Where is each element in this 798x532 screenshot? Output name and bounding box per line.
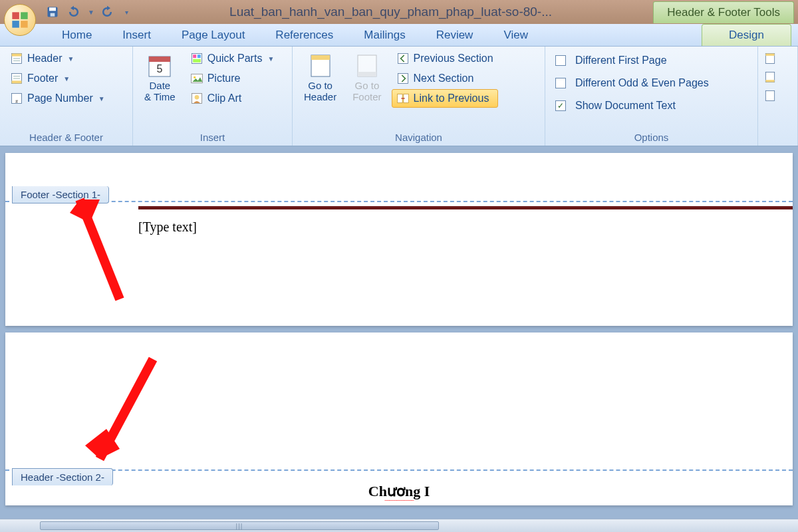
- contextual-tab-label: Header & Footer Tools: [653, 1, 794, 23]
- prev-section-label: Previous Section: [414, 53, 493, 65]
- svg-rect-3: [21, 21, 27, 27]
- svg-rect-32: [398, 54, 408, 64]
- svg-point-27: [194, 95, 199, 100]
- ribbon: Header ▼ Footer ▼ # Page Number ▼ Header…: [0, 47, 798, 146]
- spellcheck-underline: ~~~~~~~~~~~~: [384, 497, 414, 503]
- horizontal-scrollbar[interactable]: |||: [0, 519, 798, 532]
- different-odd-even-checkbox[interactable]: Different Odd & Even Pages: [551, 74, 714, 92]
- different-first-page-checkbox[interactable]: Different First Page: [551, 52, 714, 69]
- tab-design[interactable]: Design: [702, 24, 791, 46]
- svg-point-25: [194, 76, 196, 78]
- svg-rect-2: [12, 21, 19, 27]
- svg-marker-42: [70, 200, 100, 223]
- tab-mailings[interactable]: Mailings: [348, 24, 420, 46]
- footer-label: Footer: [27, 72, 58, 84]
- group-navigation: Go to Header Go to Footer Previous Secti…: [293, 47, 545, 146]
- clip-art-button[interactable]: Clip Art: [186, 89, 279, 108]
- window-title: Luat_ban_hanh_van_ban_quy_pham_phap_luat…: [128, 5, 653, 19]
- group-label: Insert: [138, 130, 287, 144]
- next-section-button[interactable]: Next Section: [392, 69, 498, 88]
- svg-rect-5: [49, 7, 56, 11]
- svg-text:#: #: [15, 99, 18, 104]
- header-button[interactable]: Header ▼: [5, 49, 127, 68]
- show-doc-label: Show Document Text: [575, 100, 676, 112]
- save-icon: [46, 5, 59, 19]
- goto-footer-button[interactable]: Go to Footer: [346, 49, 387, 106]
- svg-rect-23: [193, 59, 201, 63]
- diff-odd-even-label: Different Odd & Even Pages: [575, 77, 709, 89]
- clip-art-icon: [190, 92, 203, 105]
- chevron-down-icon: ▼: [267, 55, 274, 63]
- tab-insert[interactable]: Insert: [107, 24, 166, 46]
- svg-rect-6: [51, 13, 55, 17]
- show-document-text-checkbox[interactable]: ✓ Show Document Text: [551, 97, 714, 114]
- svg-rect-39: [765, 80, 774, 82]
- svg-rect-37: [765, 54, 774, 56]
- previous-section-button[interactable]: Previous Section: [392, 49, 498, 68]
- checkbox-icon: [555, 78, 566, 88]
- quick-access-toolbar: ▼ ▾: [44, 3, 128, 21]
- svg-rect-31: [358, 72, 376, 76]
- tab-page-layout[interactable]: Page Layout: [166, 24, 260, 46]
- checkbox-checked-icon: ✓: [555, 100, 566, 111]
- document-area[interactable]: Footer -Section 1- [Type text] Header -S…: [0, 146, 798, 519]
- footer-horizontal-rule: [138, 206, 793, 209]
- prev-section-icon: [396, 52, 410, 65]
- footer-button[interactable]: Footer ▼: [5, 69, 127, 88]
- scrollbar-thumb[interactable]: |||: [40, 521, 439, 530]
- header-label: Header: [27, 53, 62, 65]
- tab-review[interactable]: Review: [421, 24, 489, 46]
- chevron-down-icon: ▼: [98, 95, 105, 102]
- group-label: Options: [551, 130, 752, 144]
- page-number-button[interactable]: # Page Number ▼: [5, 89, 127, 108]
- date-time-button[interactable]: 5 Date & Time: [138, 49, 182, 106]
- undo-dropdown[interactable]: ▼: [88, 9, 94, 16]
- page-number-label: Page Number: [27, 92, 93, 104]
- tab-icon: [763, 89, 777, 102]
- footer-placeholder-text[interactable]: [Type text]: [138, 219, 197, 235]
- scrollbar-grip-icon: |||: [236, 522, 243, 529]
- header-icon: [10, 52, 23, 65]
- ribbon-tabs: Home Insert Page Layout References Maili…: [0, 24, 798, 47]
- footer-icon: [10, 72, 23, 85]
- header-from-top-icon: [763, 52, 777, 65]
- tab-view[interactable]: View: [488, 24, 543, 46]
- svg-rect-1: [21, 12, 27, 19]
- svg-rect-21: [193, 55, 196, 58]
- undo-icon: [67, 5, 80, 19]
- page-number-icon: #: [10, 92, 23, 105]
- next-section-icon: [396, 72, 410, 85]
- save-button[interactable]: [44, 3, 61, 21]
- svg-rect-18: [149, 57, 170, 62]
- title-bar: ▼ ▾ Luat_ban_hanh_van_ban_quy_pham_phap_…: [0, 0, 798, 24]
- svg-rect-12: [12, 80, 22, 83]
- chevron-down-icon: ▼: [63, 75, 70, 82]
- group-label: Header & Footer: [5, 130, 127, 144]
- svg-text:5: 5: [157, 63, 163, 74]
- undo-button[interactable]: [65, 3, 82, 21]
- group-options: Different First Page Different Odd & Eve…: [545, 47, 758, 146]
- checkbox-icon: [555, 55, 566, 66]
- date-time-label: Date & Time: [144, 80, 176, 102]
- quick-parts-button[interactable]: Quick Parts ▼: [186, 49, 279, 68]
- group-label: Navigation: [298, 130, 539, 144]
- chevron-down-icon: ▼: [67, 55, 74, 63]
- group-header-footer: Header ▼ Footer ▼ # Page Number ▼ Header…: [0, 47, 133, 146]
- office-button[interactable]: [4, 4, 36, 36]
- goto-footer-label: Go to Footer: [352, 80, 381, 102]
- quick-parts-icon: [190, 52, 203, 65]
- tab-home[interactable]: Home: [47, 24, 107, 46]
- tab-references[interactable]: References: [260, 24, 348, 46]
- redo-button[interactable]: [98, 3, 116, 21]
- office-logo-icon: [11, 11, 29, 29]
- annotation-arrow-2: [80, 352, 173, 479]
- link-to-previous-button[interactable]: Link to Previous: [392, 89, 498, 108]
- svg-rect-40: [765, 91, 774, 101]
- goto-footer-icon: [354, 53, 380, 79]
- picture-button[interactable]: Picture: [186, 69, 279, 88]
- goto-header-button[interactable]: Go to Header: [298, 49, 342, 106]
- group-insert: 5 Date & Time Quick Parts ▼ Picture Clip…: [133, 47, 293, 146]
- link-icon: [396, 92, 410, 105]
- footer-from-bottom-icon: [763, 70, 777, 84]
- svg-rect-0: [12, 12, 19, 19]
